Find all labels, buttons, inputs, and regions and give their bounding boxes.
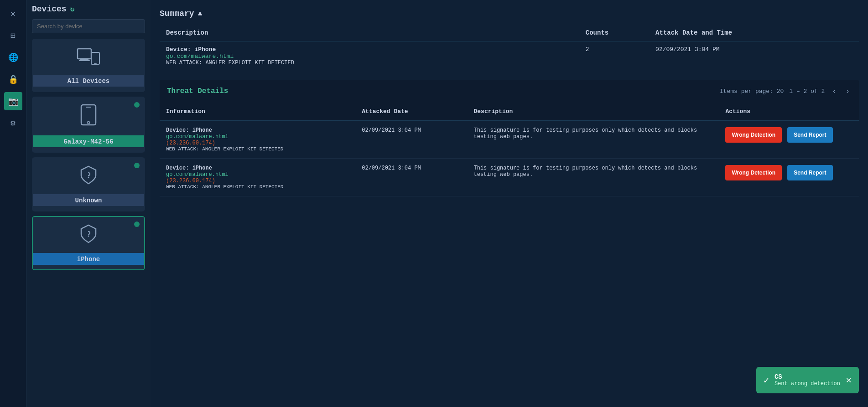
row1-device-label: Device: iPhone [166,127,349,134]
threat-details-header: Threat Details Items per page: 20 1 – 2 … [160,80,859,103]
summary-header: Summary ▲ [160,9,859,18]
summary-attack: WEB ATTACK: ANGLER EXPLOIT KIT DETECTED [166,60,573,66]
svg-rect-2 [79,60,90,61]
svg-rect-3 [91,52,99,64]
summary-title: Summary [160,9,194,18]
iphone-icon [78,223,99,249]
summary-col-description: Description [160,25,579,41]
iphone-label: iPhone [33,253,144,265]
summary-table: Description Counts Attack Date and Time … [160,25,859,71]
row2-device-label: Device: iPhone [166,165,349,171]
pagination-range: 1 – 2 of 2 [789,88,825,95]
items-per-page-label: Items per page: 20 [720,88,784,95]
galaxy-label: Galaxy-M42-5G [33,135,144,147]
toast-notification: ✓ CS Sent wrong detection ✕ [756,367,859,393]
send-report-button-2[interactable]: Send Report [787,165,832,180]
svg-point-6 [88,122,90,124]
summary-count: 2 [579,41,649,71]
logo-icon[interactable]: ✕ [4,5,22,23]
online-dot-unknown [134,163,140,168]
device-card-iphone[interactable]: iPhone [32,216,145,270]
row2-actions-cell: Wrong Detection Send Report [719,159,859,196]
summary-device-label: Device: iPhone [166,46,573,53]
galaxy-icon [80,104,97,132]
wrong-detection-button-1[interactable]: Wrong Detection [725,127,782,143]
svg-point-9 [88,236,89,237]
wrong-detection-button-2[interactable]: Wrong Detection [725,165,782,180]
row2-actions: Wrong Detection Send Report [725,165,852,180]
summary-toggle-icon[interactable]: ▲ [198,10,203,18]
sidebar: Devices ↻ All Devices Galaxy-M42-5G [26,0,151,407]
threat-details-table: Information Attacked Date Description Ac… [160,103,859,196]
settings-icon[interactable]: ⚙ [4,114,22,132]
lock-icon[interactable]: 🔒 [4,70,22,88]
summary-col-date: Attack Date and Time [649,25,859,41]
summary-link: go.com/malware.html [166,53,573,60]
row2-ip: (23.236.60.174) [166,178,349,184]
refresh-icon[interactable]: ↻ [70,5,75,14]
search-input[interactable] [32,19,145,33]
dashboard-icon[interactable]: ⊞ [4,26,22,45]
col-information: Information [160,103,355,121]
row1-actions-cell: Wrong Detection Send Report [719,121,859,159]
summary-description-cell: Device: iPhone go.com/malware.html WEB A… [160,41,579,71]
row1-link: go.com/malware.html [166,134,349,140]
unknown-label: Unknown [33,194,144,206]
globe-icon[interactable]: 🌐 [4,48,22,67]
svg-rect-0 [78,49,91,59]
row1-desc-cell: This signature is for testing purposes o… [468,121,719,159]
toast-close-button[interactable]: ✕ [846,376,852,385]
online-dot-iphone [134,222,140,227]
row1-attack: WEB ATTACK: ANGLER EXPLOIT KIT DETECTED [166,146,349,152]
threat-title: Threat Details [167,87,228,95]
toast-check-icon: ✓ [764,375,769,386]
svg-rect-4 [94,63,97,64]
row1-info-cell: Device: iPhone go.com/malware.html (23.2… [160,121,355,159]
summary-row: Device: iPhone go.com/malware.html WEB A… [160,41,859,71]
device-card-galaxy[interactable]: Galaxy-M42-5G [32,97,145,153]
row2-info-cell: Device: iPhone go.com/malware.html (23.2… [160,159,355,196]
row2-date-cell: 02/09/2021 3:04 PM [355,159,467,196]
device-card-all[interactable]: All Devices [32,39,145,92]
all-devices-icon [77,46,100,71]
online-dot-galaxy [134,102,140,108]
unknown-icon [78,165,99,191]
pagination-next-button[interactable]: › [844,86,852,96]
row2-attack: WEB ATTACK: ANGLER EXPLOIT KIT DETECTED [166,184,349,190]
row1-date-cell: 02/09/2021 3:04 PM [355,121,467,159]
svg-rect-1 [80,59,88,60]
main-content: Summary ▲ Description Counts Attack Date… [151,0,868,407]
send-report-button-1[interactable]: Send Report [787,127,832,143]
row1-ip: (23.236.60.174) [166,140,349,146]
summary-col-counts: Counts [579,25,649,41]
sidebar-title: Devices [32,5,67,14]
summary-date: 02/09/2021 3:04 PM [649,41,859,71]
sidebar-header: Devices ↻ [32,5,145,14]
table-row: Device: iPhone go.com/malware.html (23.2… [160,159,859,196]
svg-point-8 [88,177,89,178]
row2-link: go.com/malware.html [166,171,349,178]
svg-rect-5 [81,105,96,125]
toast-title: CS [774,373,840,381]
device-card-unknown[interactable]: Unknown [32,157,145,211]
pagination-controls: Items per page: 20 1 – 2 of 2 ‹ › [720,86,852,96]
table-row: Device: iPhone go.com/malware.html (23.2… [160,121,859,159]
camera-icon[interactable]: 📷 [4,92,22,110]
col-description: Description [468,103,719,121]
icon-bar: ✕ ⊞ 🌐 🔒 📷 ⚙ [0,0,26,407]
toast-content: CS Sent wrong detection [774,373,840,387]
col-actions: Actions [719,103,859,121]
pagination-prev-button[interactable]: ‹ [830,86,838,96]
row2-desc-cell: This signature is for testing purposes o… [468,159,719,196]
toast-subtitle: Sent wrong detection [774,381,840,387]
row1-actions: Wrong Detection Send Report [725,127,852,143]
col-attacked-date: Attacked Date [355,103,467,121]
all-devices-label: All Devices [33,75,144,87]
